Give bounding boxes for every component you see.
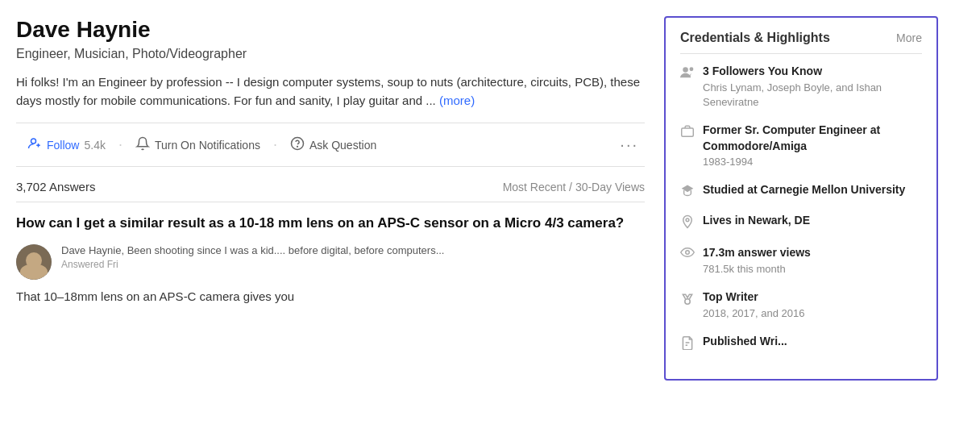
ask-label: Ask Question: [309, 139, 376, 152]
credentials-panel: Credentials & Highlights More 3 Follower…: [664, 16, 938, 381]
notify-label: Turn On Notifications: [155, 139, 260, 152]
education-icon: [680, 184, 695, 200]
cred-item-followers: 3 Followers You Know Chris Lynam, Joseph…: [680, 64, 922, 110]
more-options-button[interactable]: ···: [613, 135, 645, 154]
follow-icon: [27, 136, 42, 153]
credentials-header: Credentials & Highlights More: [680, 31, 922, 54]
follow-button[interactable]: Follow 5.4k: [16, 131, 117, 158]
cred-job-sub: 1983-1994: [703, 155, 922, 169]
cred-education-content: Studied at Carnegie Mellon University: [703, 182, 905, 198]
cred-topwriter-content: Top Writer 2018, 2017, and 2016: [703, 289, 805, 321]
action-bar: Follow 5.4k · Turn On Notifications ·: [16, 123, 645, 167]
credentials-title: Credentials & Highlights: [680, 31, 830, 45]
answer-text-block: Dave Haynie, Been shooting since I was a…: [61, 244, 645, 280]
cred-views-content: 17.3m answer views 781.5k this month: [703, 245, 811, 277]
answer-continuation: That 10–18mm lens on an APS-C camera giv…: [16, 288, 645, 306]
notifications-button[interactable]: Turn On Notifications: [124, 131, 272, 158]
follow-label: Follow: [47, 139, 79, 152]
cred-followers-content: 3 Followers You Know Chris Lynam, Joseph…: [703, 64, 922, 110]
cred-item-location: Lives in Newark, DE: [680, 213, 922, 232]
separator-1: ·: [117, 136, 124, 153]
cred-item-topwriter: Top Writer 2018, 2017, and 2016: [680, 289, 922, 321]
cred-topwriter-main: Top Writer: [703, 289, 805, 306]
cred-views-sub: 781.5k this month: [703, 262, 811, 277]
answers-count: 3,702 Answers: [16, 180, 95, 193]
followers-icon: [680, 65, 695, 81]
separator-2: ·: [272, 136, 279, 153]
ask-question-button[interactable]: Ask Question: [279, 131, 388, 158]
svg-point-11: [685, 299, 690, 304]
answers-header: 3,702 Answers Most Recent / 30-Day Views: [16, 180, 645, 202]
question-icon: [290, 136, 305, 153]
answered-date: Answered Fri: [61, 259, 645, 270]
bell-icon: [135, 136, 150, 153]
published-icon: [680, 335, 695, 353]
briefcase-icon: [680, 124, 695, 140]
cred-location-content: Lives in Newark, DE: [703, 213, 810, 229]
question-title[interactable]: How can I get a similar result as a 10-1…: [16, 214, 645, 233]
profile-name: Dave Haynie: [16, 16, 645, 44]
bio-text: Hi folks! I'm an Engineer by profession …: [16, 75, 640, 107]
cred-job-main: Former Sr. Computer Engineer at Commodor…: [703, 123, 922, 154]
award-icon: [680, 291, 695, 309]
profile-tagline: Engineer, Musician, Photo/Videographer: [16, 47, 645, 61]
cred-published-main: Published Wri...: [703, 334, 787, 350]
cred-item-education: Studied at Carnegie Mellon University: [680, 182, 922, 200]
avatar: [16, 244, 52, 280]
svg-point-6: [689, 67, 693, 71]
cred-item-views: 17.3m answer views 781.5k this month: [680, 245, 922, 277]
views-icon: [680, 247, 695, 261]
svg-point-0: [31, 139, 36, 144]
answer-author-line: Dave Haynie, Been shooting since I was a…: [61, 244, 645, 256]
cred-item-job: Former Sr. Computer Engineer at Commodor…: [680, 123, 922, 169]
svg-rect-7: [682, 128, 694, 136]
cred-views-main: 17.3m answer views: [703, 245, 811, 261]
cred-location-main: Lives in Newark, DE: [703, 213, 810, 229]
cred-followers-main: 3 Followers You Know: [703, 64, 922, 80]
cred-education-main: Studied at Carnegie Mellon University: [703, 182, 905, 198]
credentials-more-link[interactable]: More: [896, 31, 922, 44]
svg-point-10: [686, 251, 690, 255]
cred-topwriter-sub: 2018, 2017, and 2016: [703, 306, 805, 321]
bio-more-link[interactable]: (more): [439, 94, 475, 107]
svg-point-5: [683, 67, 688, 73]
svg-point-9: [686, 218, 689, 222]
profile-bio: Hi folks! I'm an Engineer by profession …: [16, 73, 645, 110]
cred-item-published: Published Wri...: [680, 334, 922, 353]
location-icon: [680, 214, 695, 232]
answers-sort[interactable]: Most Recent / 30-Day Views: [503, 181, 645, 193]
answer-preview: Dave Haynie, Been shooting since I was a…: [16, 244, 645, 280]
follow-count: 5.4k: [84, 139, 105, 152]
cred-job-content: Former Sr. Computer Engineer at Commodor…: [703, 123, 922, 169]
cred-published-content: Published Wri...: [703, 334, 787, 350]
left-panel: Dave Haynie Engineer, Musician, Photo/Vi…: [16, 16, 645, 425]
cred-followers-sub: Chris Lynam, Joseph Boyle, and Ishan Sen…: [703, 81, 922, 110]
